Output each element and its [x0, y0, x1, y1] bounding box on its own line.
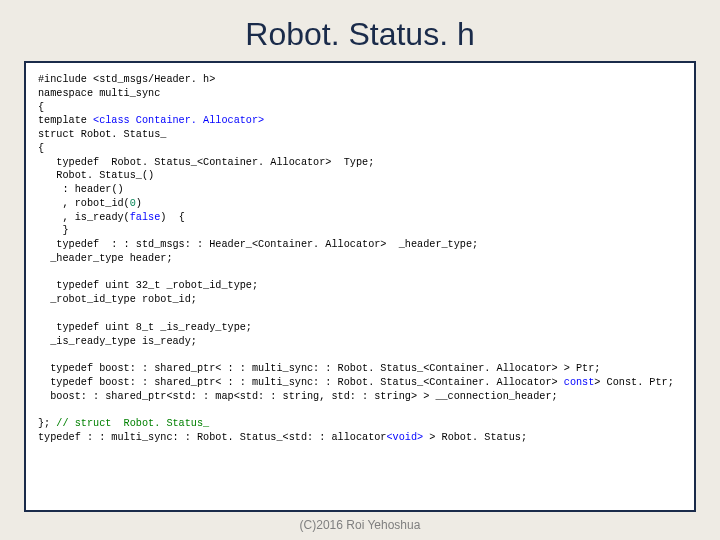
- slide-title: Robot. Status. h: [24, 16, 696, 53]
- code-box: #include <std_msgs/Header. h> namespace …: [24, 61, 696, 512]
- code-content: #include <std_msgs/Header. h> namespace …: [38, 73, 682, 445]
- footer-copyright: (C)2016 Roi Yehoshua: [24, 518, 696, 532]
